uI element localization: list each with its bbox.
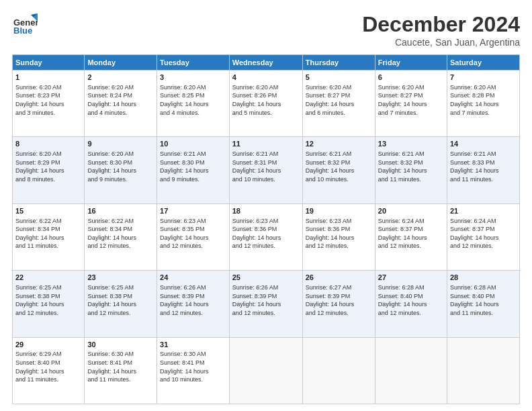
day-number: 22	[15, 273, 81, 283]
calendar-cell: 17Sunrise: 6:23 AM Sunset: 8:35 PM Dayli…	[157, 203, 230, 270]
calendar-cell: 28Sunrise: 6:28 AM Sunset: 8:40 PM Dayli…	[447, 271, 519, 337]
day-number: 29	[15, 340, 81, 350]
day-info: Sunrise: 6:20 AM Sunset: 8:23 PM Dayligh…	[15, 83, 81, 117]
day-number: 4	[232, 73, 300, 83]
calendar-cell: 4Sunrise: 6:20 AM Sunset: 8:26 PM Daylig…	[229, 71, 302, 137]
day-number: 6	[378, 73, 444, 83]
day-number: 7	[450, 73, 517, 83]
day-info: Sunrise: 6:20 AM Sunset: 8:27 PM Dayligh…	[306, 83, 372, 117]
day-info: Sunrise: 6:21 AM Sunset: 8:32 PM Dayligh…	[378, 150, 444, 183]
day-info: Sunrise: 6:24 AM Sunset: 8:37 PM Dayligh…	[378, 217, 444, 250]
calendar-cell: 21Sunrise: 6:24 AM Sunset: 8:37 PM Dayli…	[447, 203, 519, 270]
day-info: Sunrise: 6:22 AM Sunset: 8:34 PM Dayligh…	[87, 217, 154, 250]
day-info: Sunrise: 6:28 AM Sunset: 8:40 PM Dayligh…	[378, 283, 444, 317]
day-info: Sunrise: 6:20 AM Sunset: 8:25 PM Dayligh…	[160, 83, 226, 117]
day-info: Sunrise: 6:25 AM Sunset: 8:38 PM Dayligh…	[87, 283, 154, 317]
day-number: 24	[160, 273, 226, 283]
calendar-cell: 11Sunrise: 6:21 AM Sunset: 8:31 PM Dayli…	[229, 137, 302, 203]
day-info: Sunrise: 6:30 AM Sunset: 8:41 PM Dayligh…	[87, 350, 154, 383]
calendar-cell: 31Sunrise: 6:30 AM Sunset: 8:41 PM Dayli…	[157, 337, 230, 404]
day-number: 16	[87, 206, 154, 216]
logo-bird-icon: General Blue	[12, 12, 38, 38]
day-info: Sunrise: 6:20 AM Sunset: 8:28 PM Dayligh…	[450, 83, 517, 117]
day-info: Sunrise: 6:23 AM Sunset: 8:36 PM Dayligh…	[306, 217, 372, 250]
day-number: 27	[378, 273, 444, 283]
logo: General Blue	[12, 12, 38, 38]
day-number: 14	[450, 139, 517, 149]
day-number: 23	[87, 273, 154, 283]
calendar-cell: 1Sunrise: 6:20 AM Sunset: 8:23 PM Daylig…	[13, 71, 85, 137]
day-info: Sunrise: 6:20 AM Sunset: 8:29 PM Dayligh…	[15, 150, 81, 183]
day-info: Sunrise: 6:20 AM Sunset: 8:26 PM Dayligh…	[232, 83, 300, 117]
day-info: Sunrise: 6:24 AM Sunset: 8:37 PM Dayligh…	[450, 217, 517, 250]
calendar-cell: 6Sunrise: 6:20 AM Sunset: 8:27 PM Daylig…	[375, 71, 447, 137]
weekday-header: Tuesday	[157, 55, 230, 71]
location-subtitle: Caucete, San Juan, Argentina	[362, 37, 520, 48]
day-info: Sunrise: 6:26 AM Sunset: 8:39 PM Dayligh…	[232, 283, 300, 317]
calendar-cell: 16Sunrise: 6:22 AM Sunset: 8:34 PM Dayli…	[85, 203, 157, 270]
day-number: 10	[160, 139, 226, 149]
calendar-cell: 14Sunrise: 6:21 AM Sunset: 8:33 PM Dayli…	[447, 137, 519, 203]
weekday-header: Thursday	[302, 55, 375, 71]
day-number: 15	[15, 206, 81, 216]
day-info: Sunrise: 6:23 AM Sunset: 8:36 PM Dayligh…	[232, 217, 300, 250]
day-info: Sunrise: 6:20 AM Sunset: 8:27 PM Dayligh…	[378, 83, 444, 117]
day-number: 3	[160, 73, 226, 83]
day-info: Sunrise: 6:21 AM Sunset: 8:33 PM Dayligh…	[450, 150, 517, 183]
day-number: 28	[450, 273, 517, 283]
calendar-cell: 5Sunrise: 6:20 AM Sunset: 8:27 PM Daylig…	[302, 71, 375, 137]
day-number: 5	[306, 73, 372, 83]
calendar-cell: 15Sunrise: 6:22 AM Sunset: 8:34 PM Dayli…	[13, 203, 85, 270]
month-year-title: December 2024	[362, 12, 520, 37]
day-number: 30	[87, 340, 154, 350]
weekday-header: Sunday	[13, 55, 85, 71]
calendar-cell: 22Sunrise: 6:25 AM Sunset: 8:38 PM Dayli…	[13, 271, 85, 337]
day-number: 26	[306, 273, 372, 283]
day-info: Sunrise: 6:27 AM Sunset: 8:39 PM Dayligh…	[306, 283, 372, 317]
calendar-cell	[375, 337, 447, 404]
calendar-cell: 26Sunrise: 6:27 AM Sunset: 8:39 PM Dayli…	[302, 271, 375, 337]
calendar-cell: 7Sunrise: 6:20 AM Sunset: 8:28 PM Daylig…	[447, 71, 519, 137]
calendar-cell: 2Sunrise: 6:20 AM Sunset: 8:24 PM Daylig…	[85, 71, 157, 137]
calendar-cell: 12Sunrise: 6:21 AM Sunset: 8:32 PM Dayli…	[302, 137, 375, 203]
day-info: Sunrise: 6:21 AM Sunset: 8:32 PM Dayligh…	[306, 150, 372, 183]
day-number: 9	[87, 139, 154, 149]
calendar-cell	[302, 337, 375, 404]
weekday-header: Wednesday	[229, 55, 302, 71]
day-info: Sunrise: 6:21 AM Sunset: 8:31 PM Dayligh…	[232, 150, 300, 183]
day-number: 25	[232, 273, 300, 283]
page: General Blue December 2024 Caucete, San …	[0, 0, 532, 411]
day-number: 20	[378, 206, 444, 216]
day-number: 12	[306, 139, 372, 149]
weekday-header: Friday	[375, 55, 447, 71]
calendar-cell: 18Sunrise: 6:23 AM Sunset: 8:36 PM Dayli…	[229, 203, 302, 270]
calendar-cell: 10Sunrise: 6:21 AM Sunset: 8:30 PM Dayli…	[157, 137, 230, 203]
day-info: Sunrise: 6:30 AM Sunset: 8:41 PM Dayligh…	[160, 350, 226, 383]
calendar-cell: 8Sunrise: 6:20 AM Sunset: 8:29 PM Daylig…	[13, 137, 85, 203]
day-info: Sunrise: 6:23 AM Sunset: 8:35 PM Dayligh…	[160, 217, 226, 250]
calendar-cell	[447, 337, 519, 404]
calendar-cell: 3Sunrise: 6:20 AM Sunset: 8:25 PM Daylig…	[157, 71, 230, 137]
day-number: 19	[306, 206, 372, 216]
calendar-cell: 24Sunrise: 6:26 AM Sunset: 8:39 PM Dayli…	[157, 271, 230, 337]
calendar-cell: 19Sunrise: 6:23 AM Sunset: 8:36 PM Dayli…	[302, 203, 375, 270]
day-info: Sunrise: 6:28 AM Sunset: 8:40 PM Dayligh…	[450, 283, 517, 317]
calendar-cell: 20Sunrise: 6:24 AM Sunset: 8:37 PM Dayli…	[375, 203, 447, 270]
calendar-cell: 9Sunrise: 6:20 AM Sunset: 8:30 PM Daylig…	[85, 137, 157, 203]
day-number: 13	[378, 139, 444, 149]
weekday-header: Saturday	[447, 55, 519, 71]
header: General Blue December 2024 Caucete, San …	[12, 12, 520, 48]
calendar-cell: 29Sunrise: 6:29 AM Sunset: 8:40 PM Dayli…	[13, 337, 85, 404]
day-number: 1	[15, 73, 81, 83]
day-number: 2	[87, 73, 154, 83]
day-info: Sunrise: 6:21 AM Sunset: 8:30 PM Dayligh…	[160, 150, 226, 183]
day-number: 11	[232, 139, 300, 149]
day-info: Sunrise: 6:20 AM Sunset: 8:30 PM Dayligh…	[87, 150, 154, 183]
day-number: 31	[160, 340, 226, 350]
day-number: 21	[450, 206, 517, 216]
title-section: December 2024 Caucete, San Juan, Argenti…	[362, 12, 520, 48]
day-number: 17	[160, 206, 226, 216]
calendar-cell: 25Sunrise: 6:26 AM Sunset: 8:39 PM Dayli…	[229, 271, 302, 337]
calendar-cell: 23Sunrise: 6:25 AM Sunset: 8:38 PM Dayli…	[85, 271, 157, 337]
day-info: Sunrise: 6:26 AM Sunset: 8:39 PM Dayligh…	[160, 283, 226, 317]
